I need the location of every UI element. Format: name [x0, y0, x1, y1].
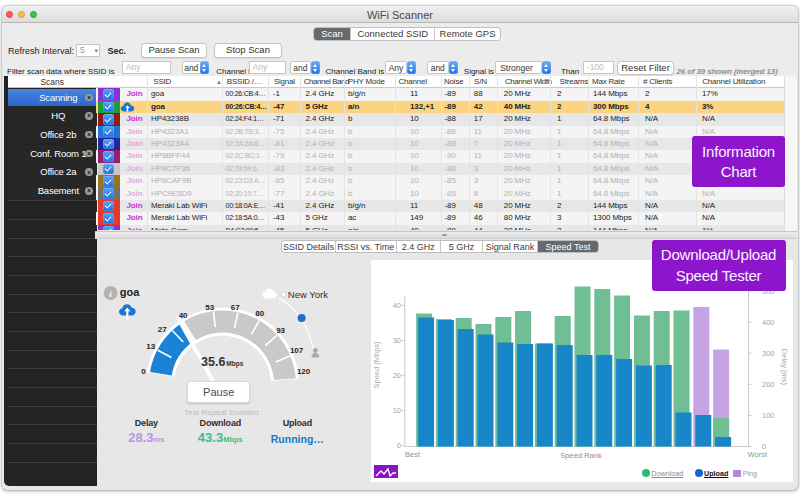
- svg-text:93: 93: [276, 326, 285, 335]
- svg-text:Speed Rank: Speed Rank: [560, 451, 602, 460]
- svg-text:Best: Best: [405, 450, 421, 459]
- svg-text:200: 200: [762, 380, 775, 389]
- svg-text:goa: goa: [120, 286, 140, 298]
- svg-text:40: 40: [179, 311, 188, 320]
- svg-text:107: 107: [290, 346, 304, 355]
- svg-text:27: 27: [158, 325, 167, 334]
- svg-text:30: 30: [393, 336, 401, 345]
- svg-text:400: 400: [762, 318, 775, 327]
- svg-text:Speed (Mbps): Speed (Mbps): [372, 341, 381, 389]
- svg-text:Delay (ms): Delay (ms): [780, 349, 789, 386]
- svg-text:40: 40: [393, 301, 401, 310]
- svg-text:0: 0: [397, 441, 401, 450]
- svg-text:100: 100: [762, 411, 775, 420]
- svg-text:New York: New York: [288, 289, 328, 300]
- svg-text:20: 20: [393, 371, 401, 380]
- svg-text:120: 120: [297, 367, 311, 376]
- svg-text:Worst: Worst: [748, 450, 768, 459]
- svg-text:67: 67: [231, 303, 240, 312]
- svg-text:300: 300: [762, 349, 775, 358]
- svg-text:13: 13: [146, 342, 155, 351]
- svg-text:53: 53: [205, 303, 214, 312]
- svg-text:0: 0: [141, 367, 146, 376]
- svg-text:80: 80: [255, 309, 264, 318]
- svg-text:10: 10: [393, 406, 401, 415]
